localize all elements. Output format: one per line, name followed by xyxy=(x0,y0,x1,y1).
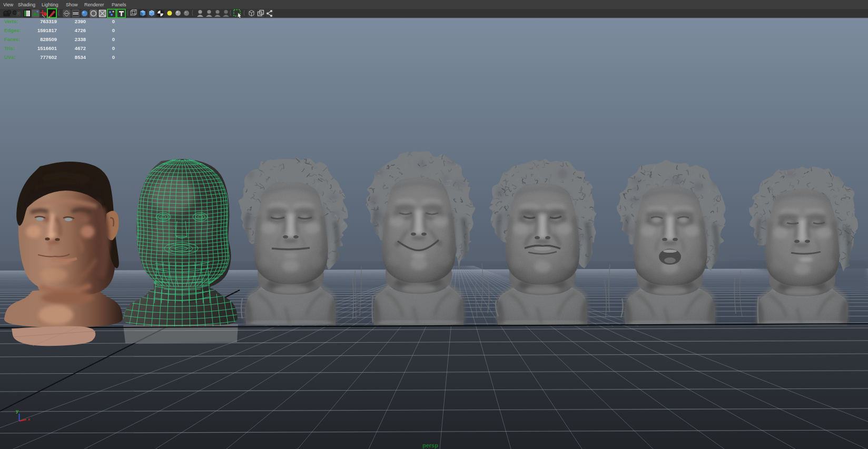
svg-text:0: 0 xyxy=(112,45,115,51)
svg-text:Renderer: Renderer xyxy=(84,2,104,7)
svg-text:2390: 2390 xyxy=(75,18,86,24)
svg-text:4726: 4726 xyxy=(75,27,86,33)
svg-text:View: View xyxy=(3,2,14,7)
svg-text:8534: 8534 xyxy=(75,54,86,60)
svg-text:Lighting: Lighting xyxy=(42,2,58,7)
svg-text:persp: persp xyxy=(422,442,438,448)
svg-text:UVs:: UVs: xyxy=(4,54,16,60)
svg-text:4672: 4672 xyxy=(75,45,86,51)
svg-text:0: 0 xyxy=(112,36,115,42)
svg-text:2338: 2338 xyxy=(75,36,86,42)
svg-text:828509: 828509 xyxy=(40,36,57,42)
svg-text:777602: 777602 xyxy=(40,54,57,60)
svg-text:Edges:: Edges: xyxy=(4,27,21,33)
svg-text:1516601: 1516601 xyxy=(37,45,57,51)
svg-text:Tris:: Tris: xyxy=(4,45,15,51)
svg-text:0: 0 xyxy=(112,54,115,60)
svg-text:Show: Show xyxy=(66,2,78,7)
svg-text:1591817: 1591817 xyxy=(37,27,57,33)
svg-text:Verts:: Verts: xyxy=(4,18,18,24)
svg-text:Shading: Shading xyxy=(18,2,35,7)
svg-text:x: x xyxy=(28,417,31,422)
svg-text:0: 0 xyxy=(112,18,115,24)
svg-text:Faces:: Faces: xyxy=(4,36,20,42)
svg-text:0: 0 xyxy=(112,27,115,33)
svg-text:763319: 763319 xyxy=(40,18,57,24)
svg-text:y: y xyxy=(16,408,18,414)
svg-text:Panels: Panels xyxy=(112,2,126,7)
